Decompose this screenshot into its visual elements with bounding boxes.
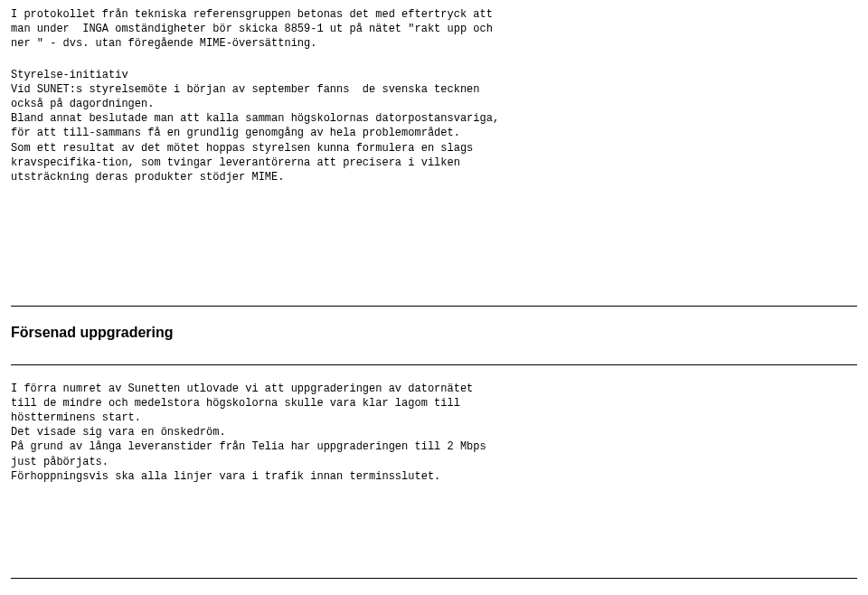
- divider: [11, 364, 857, 365]
- intro-paragraph-1: I protokollet från tekniska referensgrup…: [11, 7, 857, 52]
- divider: [11, 578, 857, 579]
- divider: [11, 306, 857, 307]
- section-forsenad-body: I förra numret av Sunetten utlovade vi a…: [11, 382, 857, 484]
- heading-forsenad-uppgradering: Försenad uppgradering: [11, 323, 857, 343]
- intro-paragraph-2: Styrelse-initiativ Vid SUNET:s styrelsem…: [11, 68, 857, 185]
